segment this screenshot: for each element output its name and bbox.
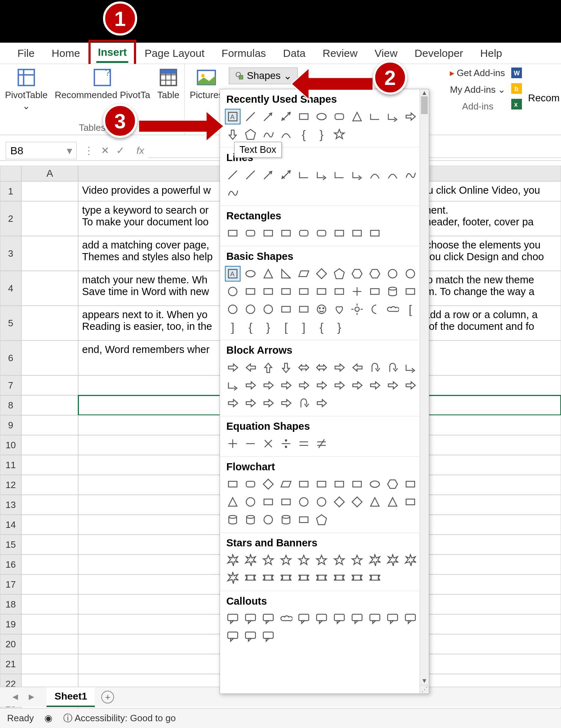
shape-ribbon-icon[interactable] (314, 570, 329, 586)
pivottable-button[interactable]: PivotTable ⌄ (5, 67, 48, 112)
tab-nav-prev[interactable]: ◄ (7, 691, 23, 702)
shape-roundrect-icon[interactable] (243, 476, 258, 492)
shape-minus-icon[interactable] (243, 436, 258, 451)
shape-connector-curve-icon[interactable] (278, 127, 294, 142)
shape-pentagon-icon[interactable] (331, 266, 347, 282)
shape-arrow-r-icon[interactable] (314, 378, 329, 393)
shape-rect-icon[interactable] (225, 225, 241, 241)
shape-arrow-r-icon[interactable] (349, 378, 365, 393)
cell-A4[interactable] (21, 271, 78, 306)
dropdown-scrollbar[interactable]: ▲ ▼ ⋰ (420, 89, 429, 694)
shape-arrow-r-icon[interactable] (331, 360, 347, 375)
shape-connector-curve-icon[interactable] (367, 167, 383, 183)
shape-rect-icon[interactable] (296, 476, 312, 492)
name-box[interactable]: B8 ▾ (6, 142, 77, 159)
shape-bracket-l-icon[interactable]: [ (278, 319, 294, 335)
shape-arrow-lr-icon[interactable] (296, 360, 312, 375)
shape-connector-curve-icon[interactable] (385, 167, 400, 183)
shape-circle-icon[interactable] (314, 494, 329, 510)
cell-A13[interactable] (21, 495, 78, 515)
shape-arrow-r-icon[interactable] (314, 395, 329, 411)
cell-A11[interactable] (21, 455, 78, 475)
row-header-8[interactable]: 8 (0, 395, 21, 415)
bing-icon[interactable]: b (511, 83, 522, 94)
row-header-7[interactable]: 7 (0, 375, 21, 395)
tab-page-layout[interactable]: Page Layout (136, 42, 213, 64)
shape-line-arrow-icon[interactable] (260, 167, 276, 183)
resize-grip-icon[interactable]: ⋰ (420, 685, 429, 694)
tab-review[interactable]: Review (314, 42, 366, 64)
tab-home[interactable]: Home (43, 42, 88, 64)
shape-roundrect-icon[interactable] (314, 225, 329, 241)
shape-rect-icon[interactable] (296, 512, 312, 528)
shape-curly-l-icon[interactable]: { (243, 319, 258, 335)
shape-ribbon-icon[interactable] (349, 570, 365, 586)
shape-rect-icon[interactable] (260, 494, 276, 510)
my-addins-button[interactable]: My Add-ins ⌄ (448, 83, 508, 97)
shape-arrow-r-icon[interactable] (260, 378, 276, 393)
shape-elbow-arr-icon[interactable] (385, 109, 400, 124)
shape-arrow-r-icon[interactable] (243, 378, 258, 393)
shape-speech-icon[interactable] (243, 611, 258, 626)
shape-rect-icon[interactable] (278, 284, 294, 299)
pictures-button[interactable]: Pictures (190, 67, 223, 101)
shape-triangle-icon[interactable] (349, 109, 365, 124)
row-header-10[interactable]: 10 (0, 435, 21, 455)
shape-rect-icon[interactable] (260, 284, 276, 299)
shape-elbow-arr-icon[interactable] (403, 360, 418, 375)
shape-cloud-icon[interactable] (385, 301, 400, 317)
shape-hexagon-icon[interactable] (385, 476, 400, 492)
options-icon[interactable]: ⋮ (84, 145, 94, 156)
recommend-pivot-button[interactable]: ? Recommended PivotTa (55, 67, 150, 101)
shape-circle-icon[interactable] (225, 284, 241, 299)
shape-rect-icon[interactable] (403, 494, 418, 510)
shape-bracket-l-icon[interactable]: [ (403, 301, 418, 317)
cell-A3[interactable] (21, 236, 78, 271)
shape-circle-icon[interactable] (385, 266, 400, 282)
cell-A16[interactable] (21, 555, 78, 574)
recommended-charts-button[interactable]: Recom (528, 92, 560, 104)
shape-smiley-icon[interactable] (314, 301, 329, 317)
shape-hexagon-icon[interactable] (349, 266, 365, 282)
shape-elbow-icon[interactable] (296, 167, 312, 183)
shape-star-icon[interactable] (278, 552, 294, 568)
shape-rect-icon[interactable] (367, 284, 383, 299)
shape-curly-r-icon[interactable]: } (331, 319, 347, 335)
shape-arrow-l-icon[interactable] (349, 360, 365, 375)
shape-elbow-icon[interactable] (367, 109, 383, 124)
shape-righttri-icon[interactable] (278, 266, 294, 282)
shape-arrow-d-icon[interactable] (278, 360, 294, 375)
shape-arrow-r-icon[interactable] (403, 109, 418, 124)
shape-burst-icon[interactable] (225, 570, 241, 586)
shape-triangle-icon[interactable] (260, 266, 276, 282)
row-header-9[interactable]: 9 (0, 415, 21, 435)
shape-plus-icon[interactable] (225, 436, 241, 451)
shape-elbow-arr-icon[interactable] (349, 167, 365, 183)
cell-A14[interactable] (21, 515, 78, 535)
macro-record-icon[interactable]: ◉ (44, 713, 53, 724)
row-header-3[interactable]: 3 (0, 236, 21, 271)
shape-rect-icon[interactable] (296, 284, 312, 299)
shape-cylinder-icon[interactable] (243, 512, 258, 528)
shape-star-icon[interactable] (349, 552, 365, 568)
row-header-5[interactable]: 5 (0, 306, 21, 341)
enter-icon[interactable]: ✓ (116, 145, 124, 156)
cancel-icon[interactable]: ✕ (101, 145, 109, 156)
shape-arrow-r-icon[interactable] (296, 378, 312, 393)
cell-A7[interactable] (21, 375, 78, 395)
shape-elbow-arr-icon[interactable] (225, 378, 241, 393)
shape-circle-icon[interactable] (260, 512, 276, 528)
shape-ribbon-icon[interactable] (278, 570, 294, 586)
shape-rect-icon[interactable] (314, 476, 329, 492)
shape-line-arrow-icon[interactable] (260, 109, 276, 124)
shape-bracket-r-icon[interactable]: ] (296, 319, 312, 335)
shape-arrow-r-icon[interactable] (385, 378, 400, 393)
row-header-14[interactable]: 14 (0, 515, 21, 535)
tab-developer[interactable]: Developer (406, 42, 472, 64)
tab-data[interactable]: Data (275, 42, 314, 64)
row-header-17[interactable]: 17 (0, 574, 21, 594)
shape-burst-icon[interactable] (385, 552, 400, 568)
shape-arrow-r-icon[interactable] (225, 395, 241, 411)
shape-triangle-icon[interactable] (225, 494, 241, 510)
shape-rect-icon[interactable] (349, 225, 365, 241)
